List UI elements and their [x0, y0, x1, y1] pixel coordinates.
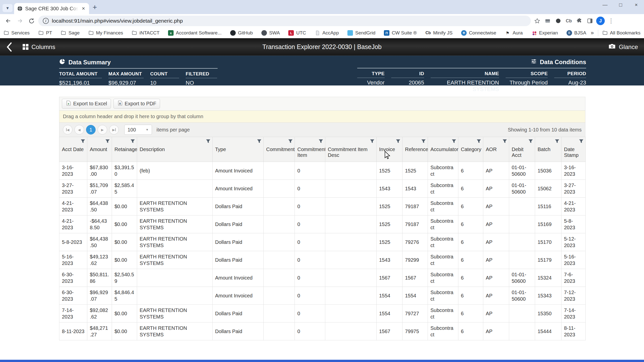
- filter-funnel-icon[interactable]: [105, 139, 110, 144]
- bookmark-item[interactable]: CbMinify JS: [425, 30, 453, 36]
- bookmark-item[interactable]: Experian: [531, 30, 558, 36]
- extension-cb-icon[interactable]: Cb: [565, 17, 573, 25]
- last-page-button[interactable]: ▶: [109, 125, 119, 134]
- column-header[interactable]: Acct Date: [59, 137, 87, 162]
- export-excel-button[interactable]: x Export to Excel: [62, 99, 111, 109]
- column-header[interactable]: Batch: [535, 137, 561, 162]
- filter-funnel-icon[interactable]: [80, 139, 85, 144]
- back-chevron-button[interactable]: [6, 42, 12, 52]
- column-header[interactable]: Accumulator: [428, 137, 458, 162]
- data-conditions-heading[interactable]: Data Conditions: [540, 59, 586, 66]
- bookmark-item[interactable]: Services: [4, 30, 30, 36]
- column-header[interactable]: Amount: [87, 137, 112, 162]
- browser-tab[interactable]: Sage CRE 300 Job Cost Dashbo ×: [14, 3, 89, 14]
- new-tab-button[interactable]: +: [93, 3, 97, 12]
- tab-search-button[interactable]: ▾: [3, 4, 13, 12]
- site-info-icon[interactable]: i: [43, 18, 49, 24]
- column-header[interactable]: Commitment: [264, 137, 295, 162]
- close-button[interactable]: ×: [628, 0, 644, 10]
- tab-close-icon[interactable]: ×: [81, 5, 86, 12]
- filter-funnel-icon[interactable]: [257, 139, 262, 144]
- filter-funnel-icon[interactable]: [452, 139, 456, 144]
- divider: [598, 30, 598, 36]
- extension-card-icon[interactable]: [543, 17, 552, 25]
- bookmark-item[interactable]: ΠCW Suite ®: [384, 30, 417, 36]
- column-header-label: Amount: [90, 147, 107, 152]
- filter-funnel-icon[interactable]: [555, 139, 559, 144]
- bookmark-item[interactable]: ✚Connectwise: [461, 30, 496, 36]
- column-header[interactable]: Retainage: [112, 137, 137, 162]
- filter-funnel-icon[interactable]: [396, 139, 400, 144]
- column-header[interactable]: AOR: [483, 137, 509, 162]
- side-panel-icon[interactable]: [586, 17, 594, 25]
- bookmark-label: GitHub: [238, 30, 253, 36]
- next-page-button[interactable]: ▶: [98, 125, 107, 134]
- table-row: 5-16-2023$49,123.62$0.00EARTH RETENTION …: [59, 251, 586, 269]
- filter-funnel-icon[interactable]: [528, 139, 533, 144]
- bookmark-item[interactable]: LUTC: [288, 30, 306, 36]
- browser-menu-icon[interactable]: ⋮: [607, 17, 615, 25]
- bookmark-item[interactable]: PT: [38, 30, 52, 36]
- table-cell: AP: [483, 180, 509, 198]
- profile-avatar[interactable]: J: [596, 17, 605, 25]
- glance-button[interactable]: Glance: [608, 42, 638, 52]
- group-drop-zone[interactable]: Drag a column header and drop it here to…: [59, 111, 585, 122]
- reload-icon[interactable]: [27, 16, 36, 26]
- bookmark-item[interactable]: BBJSA: [567, 30, 586, 36]
- bookmark-label: SendGrid: [355, 30, 375, 36]
- bookmark-item[interactable]: xAccordant Software...: [168, 30, 222, 36]
- table-cell: 3-16-2023: [59, 162, 87, 180]
- bookmark-item[interactable]: AccApp: [315, 30, 339, 36]
- column-header[interactable]: Type: [213, 137, 264, 162]
- filter-funnel-icon[interactable]: [288, 139, 293, 144]
- column-header[interactable]: Debit Acct: [509, 137, 535, 162]
- minimize-button[interactable]: —: [597, 0, 613, 10]
- filter-funnel-icon[interactable]: [370, 139, 375, 144]
- current-page-button[interactable]: 1: [86, 125, 96, 134]
- bookmarks-overflow-icon[interactable]: »: [591, 30, 594, 36]
- filter-funnel-icon[interactable]: [476, 139, 481, 144]
- filter-funnel-icon[interactable]: [206, 139, 211, 144]
- bookmark-item[interactable]: iNTACCT: [132, 30, 159, 36]
- column-header[interactable]: Reference: [403, 137, 428, 162]
- bookmark-item[interactable]: My Finances: [88, 30, 123, 36]
- table-cell: 1543: [377, 180, 403, 198]
- bookmark-label: Connectwise: [469, 30, 496, 36]
- filter-funnel-icon[interactable]: [502, 139, 507, 144]
- export-pdf-button[interactable]: A Export to PDF: [113, 99, 160, 109]
- column-header[interactable]: Category: [458, 137, 483, 162]
- excel-icon: x: [168, 30, 174, 36]
- table-cell: 15169: [535, 215, 561, 233]
- table-cell: AP: [483, 251, 509, 269]
- filter-funnel-icon[interactable]: [421, 139, 426, 144]
- table-cell: AP: [483, 287, 509, 305]
- column-header[interactable]: Commitment Item Desc: [325, 137, 377, 162]
- first-page-button[interactable]: ◀: [63, 125, 72, 134]
- bookmark-item[interactable]: SWA: [261, 30, 280, 36]
- table-row: 8-11-2023$48,271.27$0.00EARTH RETENTION …: [59, 323, 586, 340]
- column-header[interactable]: Commitment Item: [295, 137, 325, 162]
- previous-page-button[interactable]: ◀: [74, 125, 84, 134]
- maximize-button[interactable]: □: [613, 0, 628, 10]
- column-header[interactable]: Date Stamp: [561, 137, 586, 162]
- forward-icon[interactable]: [15, 16, 25, 26]
- bookmark-item[interactable]: Sage: [61, 30, 79, 36]
- filter-funnel-icon[interactable]: [130, 139, 135, 144]
- back-icon[interactable]: [4, 16, 13, 26]
- table-cell: 3-27-2023: [59, 180, 87, 198]
- bookmark-item[interactable]: GitHub: [230, 30, 253, 36]
- bookmark-star-icon[interactable]: [533, 17, 541, 25]
- column-header[interactable]: Description: [137, 137, 213, 162]
- extensions-puzzle-icon[interactable]: [575, 17, 584, 25]
- filter-funnel-icon[interactable]: [318, 139, 323, 144]
- bookmark-item[interactable]: SendGrid: [347, 30, 375, 36]
- url-bar[interactable]: i localhost:91/main.php#views/view.jobde…: [38, 16, 531, 26]
- columns-button[interactable]: Columns: [23, 43, 55, 51]
- table-cell: $0.00: [112, 198, 137, 215]
- all-bookmarks-button[interactable]: All Bookmarks: [602, 30, 640, 36]
- extension-circle-icon[interactable]: [554, 17, 562, 25]
- filter-funnel-icon[interactable]: [579, 139, 584, 144]
- bookmark-item[interactable]: ⚑Aura: [505, 30, 523, 36]
- table-cell: $50,811.86: [87, 269, 112, 287]
- page-size-select[interactable]: 100 ▼: [124, 125, 152, 135]
